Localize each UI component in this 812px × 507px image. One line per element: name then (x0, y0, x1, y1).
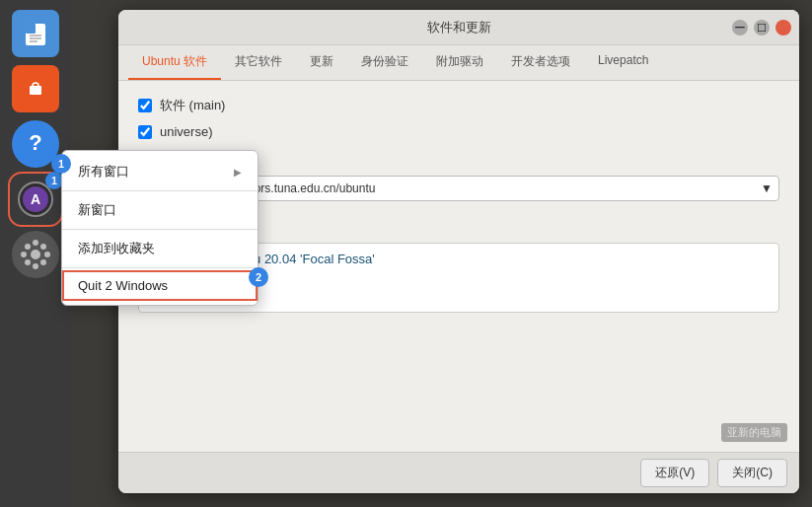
svg-text:A: A (31, 191, 40, 207)
source-item-main: 软件 (main) (138, 97, 779, 114)
context-menu: 所有窗口 ▶ 新窗口 添加到收藏夹 Quit 2 Windows (61, 150, 258, 306)
source-main-checkbox[interactable] (138, 99, 152, 112)
svg-point-14 (33, 240, 38, 246)
context-menu-add-favorite-label: 添加到收藏夹 (78, 240, 155, 257)
svg-point-20 (25, 259, 31, 265)
context-menu-all-windows-label: 所有窗口 (78, 163, 129, 181)
context-menu-item-quit[interactable]: Quit 2 Windows (62, 270, 258, 301)
close-action-button[interactable]: 关闭(C) (717, 459, 787, 487)
dock-item-files[interactable] (12, 10, 59, 57)
titlebar: 软件和更新 ─ □ (118, 10, 799, 45)
tab-updates[interactable]: 更新 (296, 45, 347, 80)
svg-point-18 (25, 244, 31, 250)
tab-additional-drivers[interactable]: 附加驱动 (422, 45, 497, 80)
svg-rect-1 (26, 24, 36, 34)
context-menu-separator-3 (62, 267, 258, 268)
revert-button[interactable]: 还原(V) (640, 459, 709, 487)
tab-developer-options[interactable]: 开发者选项 (497, 45, 584, 80)
context-menu-quit-label: Quit 2 Windows (78, 278, 168, 293)
context-menu-separator-1 (62, 190, 258, 191)
server-dropdown[interactable]: http://mirrors.tuna.edu.cn/ubuntu ▼ (197, 176, 779, 201)
svg-point-17 (44, 252, 50, 257)
minimize-button[interactable]: ─ (732, 20, 748, 36)
badge-number-2: 2 (249, 267, 268, 287)
context-menu-item-add-favorite[interactable]: 添加到收藏夹 (62, 232, 258, 265)
context-menu-item-new-window[interactable]: 新窗口 (62, 193, 258, 227)
window-controls: ─ □ (732, 20, 791, 36)
dropdown-arrow-icon: ▼ (761, 181, 773, 195)
watermark: 亚新的电脑 (721, 423, 787, 442)
dock-item-updates[interactable]: A 1 (12, 176, 59, 223)
svg-point-15 (33, 263, 38, 269)
tab-livepatch[interactable]: Livepatch (584, 45, 662, 80)
bottom-bar: 亚新的电脑 还原(V) 关闭(C) (118, 452, 799, 493)
svg-point-21 (40, 259, 46, 265)
source-universe-label: universe) (160, 124, 212, 139)
svg-text:?: ? (29, 130, 41, 155)
svg-point-19 (40, 244, 46, 250)
svg-rect-6 (30, 86, 41, 95)
tab-bar: Ubuntu 软件 其它软件 更新 身份验证 附加驱动 开发者选项 Livepa… (118, 45, 799, 81)
dock-item-store[interactable] (12, 65, 59, 112)
tab-authentication[interactable]: 身份验证 (347, 45, 422, 80)
tab-ubuntu-software[interactable]: Ubuntu 软件 (128, 45, 221, 80)
dock-item-settings[interactable] (12, 231, 59, 278)
context-menu-separator-2 (62, 229, 258, 230)
svg-point-16 (21, 252, 27, 257)
context-menu-new-window-label: 新窗口 (78, 201, 116, 219)
chevron-right-icon: ▶ (234, 167, 242, 178)
badge-number-1: 1 (51, 154, 71, 174)
source-item-universe: universe) (138, 124, 779, 139)
context-menu-item-all-windows[interactable]: 所有窗口 ▶ (62, 155, 258, 188)
svg-point-13 (31, 250, 40, 259)
tab-other-software[interactable]: 其它软件 (221, 45, 296, 80)
source-main-label: 软件 (main) (160, 97, 225, 114)
maximize-button[interactable]: □ (754, 20, 770, 36)
source-universe-checkbox[interactable] (138, 125, 152, 139)
close-button[interactable] (775, 20, 791, 36)
window-title: 软件和更新 (427, 19, 491, 36)
